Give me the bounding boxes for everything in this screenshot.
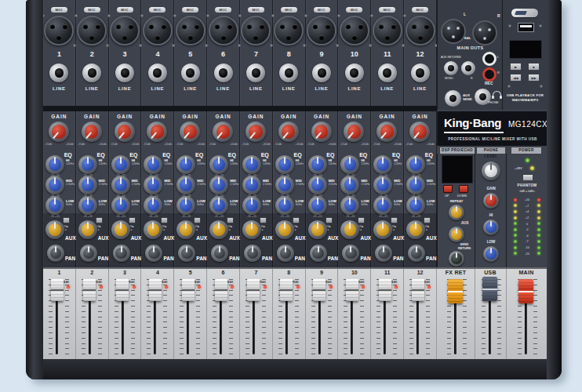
gain-knob[interactable]	[278, 122, 299, 142]
phantom-power-button[interactable]	[522, 174, 533, 181]
channel-fader[interactable]	[247, 278, 260, 301]
eq-low-knob[interactable]	[308, 196, 327, 215]
eq-hi-knob[interactable]	[242, 155, 261, 174]
pan-knob[interactable]	[277, 245, 294, 262]
aux-fx-switch-button[interactable]	[260, 217, 267, 223]
master-hi-knob[interactable]	[483, 220, 499, 235]
dsp-repeat-knob[interactable]	[449, 205, 464, 220]
aux-send-knob[interactable]	[144, 220, 162, 239]
aux-send-knob[interactable]	[111, 220, 130, 239]
gain-knob[interactable]	[213, 122, 233, 142]
send-return-knob[interactable]	[449, 251, 464, 267]
pan-knob[interactable]	[211, 245, 228, 262]
aux-send-knob[interactable]	[373, 220, 392, 239]
channel-fader[interactable]	[51, 278, 64, 301]
aux-fx-switch-button[interactable]	[424, 217, 431, 223]
gain-knob[interactable]	[49, 122, 69, 142]
pan-knob[interactable]	[178, 245, 195, 262]
eq-mid-knob[interactable]	[373, 176, 392, 194]
next-track-button[interactable]: ▶▶	[528, 74, 540, 82]
eq-low-knob[interactable]	[45, 196, 64, 215]
eq-hi-knob[interactable]	[144, 155, 162, 174]
channel-fader[interactable]	[182, 278, 195, 301]
eq-low-knob[interactable]	[373, 196, 392, 215]
play-pause-button[interactable]: ▶	[510, 63, 522, 71]
fx-return-fader[interactable]	[448, 279, 463, 303]
pan-knob[interactable]	[375, 245, 392, 262]
eq-low-knob[interactable]	[406, 196, 425, 215]
channel-fader[interactable]	[313, 278, 326, 301]
aux-send-knob[interactable]	[45, 220, 64, 239]
eq-hi-knob[interactable]	[275, 155, 294, 174]
pan-knob[interactable]	[244, 245, 261, 262]
aux-fx-switch-button[interactable]	[391, 217, 398, 223]
master-gain-knob[interactable]	[483, 193, 499, 209]
aux-fx-switch-button[interactable]	[96, 217, 103, 223]
prev-track-button[interactable]: ◀◀	[510, 74, 522, 82]
eq-hi-knob[interactable]	[406, 155, 425, 174]
eq-mid-knob[interactable]	[209, 176, 228, 194]
eq-hi-knob[interactable]	[373, 155, 392, 174]
eq-mid-knob[interactable]	[111, 176, 130, 194]
eq-mid-knob[interactable]	[275, 176, 294, 194]
eq-low-knob[interactable]	[340, 196, 359, 215]
gain-knob[interactable]	[376, 122, 397, 142]
channel-fader[interactable]	[379, 278, 391, 301]
pan-knob[interactable]	[145, 245, 162, 262]
dsp-aux-knob[interactable]	[449, 227, 464, 242]
eq-mid-knob[interactable]	[406, 176, 425, 194]
aux-send-knob[interactable]	[78, 220, 97, 239]
master-low-knob[interactable]	[483, 246, 499, 262]
eq-hi-knob[interactable]	[45, 155, 64, 174]
aux-fx-switch-button[interactable]	[161, 217, 168, 223]
pan-knob[interactable]	[408, 245, 425, 262]
eq-low-knob[interactable]	[275, 196, 294, 215]
gain-knob[interactable]	[344, 122, 364, 142]
aux-fx-switch-button[interactable]	[358, 217, 365, 223]
eq-low-knob[interactable]	[176, 196, 195, 215]
channel-fader[interactable]	[280, 278, 293, 301]
aux-send-knob[interactable]	[275, 220, 294, 239]
aux-send-knob[interactable]	[242, 220, 261, 239]
eq-mid-knob[interactable]	[45, 176, 64, 194]
aux-send-knob[interactable]	[209, 220, 228, 239]
channel-fader[interactable]	[83, 278, 96, 301]
eq-mid-knob[interactable]	[340, 176, 359, 194]
channel-fader[interactable]	[346, 278, 358, 301]
dsp-up-button[interactable]	[443, 185, 453, 193]
eq-hi-knob[interactable]	[209, 155, 228, 174]
eq-mid-knob[interactable]	[242, 176, 261, 194]
aux-fx-switch-button[interactable]	[227, 217, 234, 223]
gain-knob[interactable]	[311, 122, 332, 142]
channel-fader[interactable]	[412, 278, 424, 301]
eq-hi-knob[interactable]	[78, 155, 97, 174]
eq-mid-knob[interactable]	[176, 176, 195, 194]
channel-fader[interactable]	[116, 278, 129, 301]
aux-fx-switch-button[interactable]	[63, 217, 70, 223]
aux-fx-switch-button[interactable]	[293, 217, 300, 223]
gain-knob[interactable]	[180, 122, 200, 142]
eq-hi-knob[interactable]	[340, 155, 359, 174]
gain-knob[interactable]	[82, 122, 102, 142]
eq-low-knob[interactable]	[242, 196, 261, 215]
eq-low-knob[interactable]	[144, 196, 162, 215]
eq-hi-knob[interactable]	[308, 155, 327, 174]
eq-mid-knob[interactable]	[308, 176, 327, 194]
aux-send-knob[interactable]	[406, 220, 425, 239]
pan-knob[interactable]	[80, 245, 97, 262]
stop-button[interactable]: ■	[528, 63, 540, 71]
aux-fx-switch-button[interactable]	[326, 217, 333, 223]
pan-knob[interactable]	[310, 245, 327, 262]
aux-send-knob[interactable]	[176, 220, 195, 239]
gain-knob[interactable]	[115, 122, 135, 142]
eq-mid-knob[interactable]	[144, 176, 162, 194]
eq-low-knob[interactable]	[111, 196, 130, 215]
pan-knob[interactable]	[342, 245, 359, 262]
eq-low-knob[interactable]	[78, 196, 97, 215]
gain-knob[interactable]	[409, 122, 430, 142]
pan-knob[interactable]	[113, 245, 130, 262]
usb-fader[interactable]	[482, 277, 497, 301]
main-fader[interactable]	[518, 279, 533, 303]
channel-fader[interactable]	[149, 278, 162, 301]
gain-knob[interactable]	[147, 122, 167, 142]
